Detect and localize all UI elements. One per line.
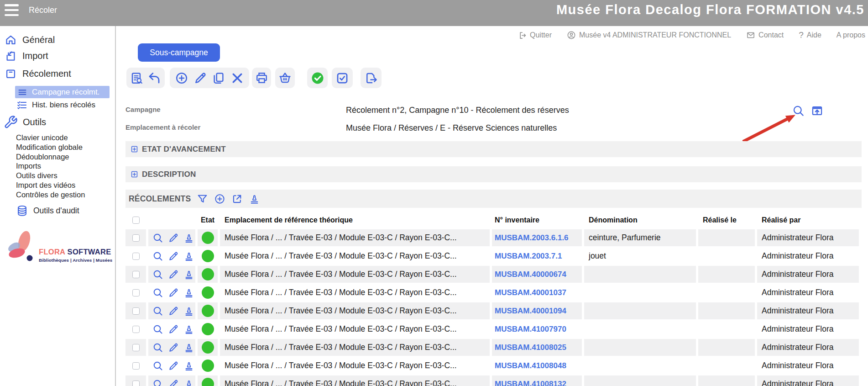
- sidebar-item-campagne-recolmt[interactable]: Campagne récolmt.: [15, 86, 110, 98]
- list-search-icon[interactable]: [130, 71, 144, 85]
- expand-icon[interactable]: [131, 171, 138, 178]
- sidebar-item-general[interactable]: Général: [5, 34, 55, 46]
- search-icon[interactable]: [792, 105, 805, 117]
- cell-denomination: [584, 266, 696, 283]
- stamp-row-icon[interactable]: [183, 379, 194, 386]
- logout-icon: [518, 31, 527, 40]
- row-checkbox[interactable]: [132, 326, 140, 333]
- sidebar-item-recolement[interactable]: Récolement: [5, 68, 71, 80]
- stamp-row-icon[interactable]: [183, 342, 194, 353]
- view-icon[interactable]: [152, 360, 163, 371]
- basket-icon[interactable]: [278, 71, 292, 85]
- stamp-row-icon[interactable]: [183, 269, 194, 280]
- row-checkbox[interactable]: [132, 344, 140, 351]
- quitter-link[interactable]: Quitter: [518, 31, 552, 40]
- edit-row-icon[interactable]: [168, 287, 179, 298]
- view-icon[interactable]: [152, 342, 163, 353]
- edit-icon[interactable]: [193, 71, 207, 85]
- sous-campagne-button[interactable]: Sous-campagne: [138, 43, 220, 62]
- contact-link[interactable]: Contact: [746, 31, 784, 40]
- stamp-icon[interactable]: [249, 193, 260, 205]
- sidebar-tool-item[interactable]: Clavier unicode: [16, 133, 68, 142]
- row-checkbox[interactable]: [132, 271, 140, 278]
- checkbox-icon[interactable]: [335, 71, 349, 85]
- print-icon[interactable]: [255, 71, 268, 85]
- recolements-table: Etat Emplacement de référence théorique …: [125, 211, 865, 386]
- sidebar-item-outils[interactable]: Outils: [4, 115, 46, 129]
- open-window-icon[interactable]: [811, 105, 823, 117]
- edit-row-icon[interactable]: [168, 342, 179, 353]
- user-link[interactable]: Musée v4 ADMINISTRATEUR FONCTIONNEL: [567, 31, 731, 40]
- sidebar-tool-item[interactable]: Contrôles de gestion: [16, 190, 85, 199]
- view-icon[interactable]: [152, 324, 163, 335]
- cell-inventaire-link[interactable]: MUSBAM.40001094: [492, 302, 582, 319]
- list-icon: [17, 87, 27, 97]
- export-doc-icon[interactable]: [364, 71, 378, 85]
- cell-inventaire-link[interactable]: MUSBAM.2003.6.1.6: [492, 229, 582, 246]
- row-checkbox[interactable]: [132, 253, 140, 260]
- apropos-link[interactable]: A propos: [837, 31, 865, 39]
- menu-icon[interactable]: [5, 4, 19, 16]
- section-description[interactable]: DESCRIPTION: [125, 166, 862, 182]
- export-window-icon[interactable]: [231, 193, 243, 205]
- sidebar-tool-item[interactable]: Outils divers: [16, 171, 58, 180]
- edit-row-icon[interactable]: [168, 233, 179, 243]
- cell-inventaire-link[interactable]: MUSBAM.40001037: [492, 284, 582, 301]
- stamp-row-icon[interactable]: [183, 360, 194, 371]
- select-all-checkbox[interactable]: [132, 217, 140, 224]
- sidebar-item-import[interactable]: Import: [5, 50, 48, 62]
- delete-icon[interactable]: [230, 71, 244, 85]
- stamp-row-icon[interactable]: [183, 306, 194, 317]
- add-icon[interactable]: [175, 71, 188, 85]
- cell-inventaire-link[interactable]: MUSBAM.40000674: [492, 266, 582, 283]
- stamp-row-icon[interactable]: [183, 251, 194, 262]
- copy-icon[interactable]: [212, 71, 225, 85]
- view-icon[interactable]: [152, 379, 163, 386]
- filter-icon[interactable]: [197, 193, 208, 205]
- cell-emplacement: Musée Flora / ... / Travée E-03 / Module…: [220, 339, 490, 356]
- view-icon[interactable]: [152, 251, 163, 262]
- sidebar-tool-item[interactable]: Dédoublonnage: [16, 153, 69, 161]
- view-icon[interactable]: [152, 306, 163, 317]
- view-icon[interactable]: [152, 269, 163, 280]
- row-checkbox[interactable]: [132, 381, 140, 386]
- stamp-row-icon[interactable]: [183, 233, 194, 243]
- aide-link[interactable]: ? Aide: [799, 30, 821, 40]
- row-checkbox[interactable]: [132, 289, 140, 296]
- stamp-row-icon[interactable]: [183, 287, 194, 298]
- row-checkbox[interactable]: [132, 307, 140, 315]
- edit-row-icon[interactable]: [168, 251, 179, 262]
- edit-row-icon[interactable]: [168, 324, 179, 335]
- stamp-row-icon[interactable]: [183, 324, 194, 335]
- sidebar-tool-item[interactable]: Modification globale: [16, 143, 83, 152]
- cell-emplacement: Musée Flora / ... / Travée E-03 / Module…: [220, 321, 490, 338]
- table-row: Musée Flora / ... / Travée E-03 / Module…: [125, 266, 865, 284]
- toolbar-group-search: [126, 68, 165, 88]
- expand-icon[interactable]: [131, 146, 138, 153]
- view-icon[interactable]: [152, 287, 163, 298]
- view-icon[interactable]: [152, 233, 163, 243]
- sidebar-item-outils-audit[interactable]: Outils d'audit: [16, 205, 79, 217]
- row-checkbox[interactable]: [132, 234, 140, 242]
- add-recolement-icon[interactable]: [214, 193, 225, 205]
- cell-inventaire-link[interactable]: MUSBAM.41008132: [492, 375, 582, 386]
- cell-inventaire-link[interactable]: MUSBAM.41007970: [492, 321, 582, 338]
- cell-realise-par: Administrateur Flora: [757, 339, 859, 356]
- validate-icon[interactable]: [311, 71, 324, 85]
- section-etat-avancement[interactable]: ETAT D'AVANCEMENT: [125, 141, 862, 157]
- edit-row-icon[interactable]: [168, 269, 179, 280]
- edit-row-icon[interactable]: [168, 379, 179, 386]
- cell-denomination: jouet: [584, 248, 696, 264]
- sidebar-tool-item[interactable]: Imports: [16, 162, 41, 170]
- edit-row-icon[interactable]: [168, 360, 179, 371]
- cell-inventaire-link[interactable]: MUSBAM.41008025: [492, 339, 582, 356]
- cell-inventaire-link[interactable]: MUSBAM.41008048: [492, 357, 582, 374]
- sidebar-tool-item[interactable]: Import des vidéos: [16, 181, 75, 190]
- undo-icon[interactable]: [147, 71, 161, 85]
- cell-realise-le: [698, 357, 755, 374]
- toolbar-group-check: [332, 68, 353, 88]
- cell-inventaire-link[interactable]: MUSBAM.2003.7.1: [492, 248, 582, 264]
- sidebar-item-hist-biens[interactable]: Hist. biens récolés: [15, 100, 95, 111]
- edit-row-icon[interactable]: [168, 306, 179, 317]
- row-checkbox[interactable]: [132, 362, 140, 370]
